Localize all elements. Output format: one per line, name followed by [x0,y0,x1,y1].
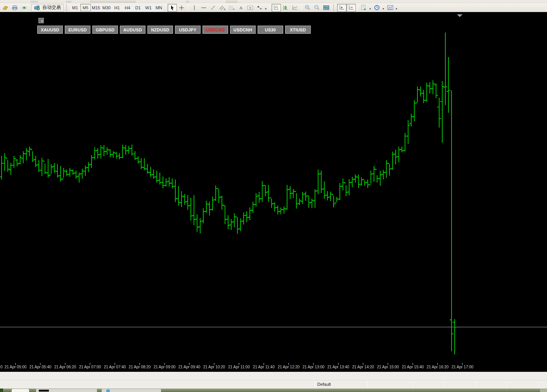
toolbar-separator [357,4,358,11]
profile-name-label: Default [317,382,331,387]
time-axis-label-partial: 0 [0,365,3,369]
horizontal-line-icon[interactable] [199,4,208,12]
time-axis-label: 21 Apr 13:40 [327,365,350,369]
timeframe-button-h1[interactable]: H1 [112,4,122,11]
toolbar-fragment [66,1,71,3]
zoom-in-icon[interactable] [303,4,312,12]
taskbar-item-icon [106,389,110,392]
toolbar-fragment [226,1,237,3]
new-chart-icon[interactable] [1,4,10,12]
svg-text:A: A [239,5,242,10]
time-axis-label: 21 Apr 09:00 [154,365,176,369]
time-axis-label: 21 Apr 10:20 [203,365,225,369]
templates-dropdown-caret[interactable]: ▼ [395,8,398,10]
symbol-button-xtiusd[interactable]: XTIUSD [285,26,311,34]
symbol-panel-collapse-button[interactable]: v [38,18,44,23]
taskbar-icon-blob[interactable] [12,389,29,392]
start-button-edge[interactable] [0,389,3,392]
vertical-line-icon[interactable] [190,4,199,12]
signal-icon[interactable] [19,4,29,12]
text-icon[interactable]: A [236,4,246,12]
arrow-shapes-dropdown-caret[interactable]: ▼ [265,8,267,10]
trendline-icon[interactable] [208,4,218,12]
time-axis-label: 21 Apr 15:40 [402,365,424,369]
svg-text:F: F [233,8,235,10]
indicators-dropdown-caret[interactable]: ▼ [369,8,371,10]
indicators-icon[interactable] [359,4,369,12]
timeframe-button-m15[interactable]: M15 [91,4,101,11]
text-label-icon[interactable]: T [246,4,255,12]
bar-chart-icon[interactable] [272,4,281,12]
time-axis-label: 21 Apr 05:40 [29,365,52,369]
time-axis-label: 21 Apr 11:00 [228,365,250,369]
symbol-button-gbpusd[interactable]: GBPUSD [92,26,118,34]
symbol-button-xauusd[interactable]: XAUUSD [37,26,63,34]
symbol-button-nzdusd[interactable]: NZDUSD [147,26,173,34]
timeframe-button-m1[interactable]: M1 [70,4,80,11]
taskbar-item-icon [39,390,49,392]
timeframe-button-w1[interactable]: W1 [143,4,154,11]
equidistant-channel-icon[interactable]: E [218,4,227,12]
autotrading-icon [34,4,41,12]
toolbar-grip[interactable] [66,5,68,11]
symbol-button-usdcad[interactable]: USDCAD [203,26,228,34]
chart-shift-icon[interactable] [346,4,356,12]
status-section-divider [367,381,368,389]
mt4-window: 自动交易 M1M5M15M30H1H4D1W1MN E F A [0,0,547,392]
arrow-shapes-icon[interactable] [255,4,264,12]
time-axis-label: 21 Apr 08:20 [129,365,151,369]
auto-scroll-icon[interactable] [337,4,346,12]
status-section-divider [476,381,477,389]
toolbar-fragment [30,1,38,3]
status-section-divider [445,381,445,389]
status-bar: Default [0,371,547,389]
time-axis-label: 21 Apr 09:40 [178,365,201,369]
timeframe-button-m30[interactable]: M30 [101,4,112,11]
symbol-button-us30[interactable]: US30 [258,26,283,34]
symbol-button-usdcnh[interactable]: USDCNH [230,26,256,34]
upper-toolbar-partial [0,0,547,3]
periods-dropdown-caret[interactable]: ▼ [382,8,384,10]
timeframe-button-h4[interactable]: H4 [122,4,133,11]
chart-area: v XAUUSDEURUSDGBPUSDAUDUSDNZDUSDUSDJPYUS… [0,12,547,371]
taskbar-item[interactable] [36,389,97,392]
line-chart-icon[interactable] [290,4,299,12]
time-axis-label: 21 Apr 11:40 [253,365,275,369]
timeframe-button-mn[interactable]: MN [154,4,164,11]
print-icon[interactable] [10,4,19,12]
timeframe-button-d1[interactable]: D1 [133,4,143,11]
time-axis-label: 21 Apr 14:20 [352,365,374,369]
price-chart-canvas[interactable] [0,12,547,371]
zoom-out-icon[interactable] [312,4,322,12]
status-section-divider [538,381,539,389]
windows-taskbar [0,389,547,392]
templates-icon[interactable] [386,4,395,12]
timeframe-button-m5[interactable]: M5 [80,4,91,11]
toolbar-fragment [186,1,189,3]
toolbar-separator [188,4,188,11]
taskbar-item[interactable] [102,389,161,392]
time-axis-label: 21 Apr 16:20 [427,365,449,369]
timeframe-toolbar: M1M5M15M30H1H4D1W1MN [70,4,164,11]
toolbar-grip[interactable] [333,5,336,11]
cursor-icon[interactable] [168,4,177,12]
time-axis-label: 21 Apr 05:00 [5,365,27,369]
symbol-button-audusd[interactable]: AUDUSD [120,26,145,34]
symbol-button-bar: XAUUSDEURUSDGBPUSDAUDUSDNZDUSDUSDJPYUSDC… [37,26,311,34]
symbol-button-usdjpy[interactable]: USDJPY [175,26,201,34]
crosshair-icon[interactable] [177,4,186,12]
time-axis-label: 21 Apr 12:20 [278,365,300,369]
toolbar-separator [301,4,301,11]
main-toolbar: 自动交易 M1M5M15M30H1H4D1W1MN E F A [0,3,547,12]
candlestick-chart-icon[interactable] [281,4,290,12]
symbol-button-eurusd[interactable]: EURUSD [65,26,90,34]
fibonacci-icon[interactable]: F [227,4,236,12]
tile-windows-icon[interactable] [322,4,331,12]
toolbar-separator [270,4,270,11]
toolbar-separator [166,4,166,11]
taskbar-right-segment [540,389,547,392]
time-axis[interactable]: 021 Apr 05:0021 Apr 05:4021 Apr 06:2021 … [0,365,547,371]
autotrading-button[interactable]: 自动交易 [31,4,64,12]
status-section-divider [507,381,507,389]
periods-icon[interactable] [372,4,382,12]
